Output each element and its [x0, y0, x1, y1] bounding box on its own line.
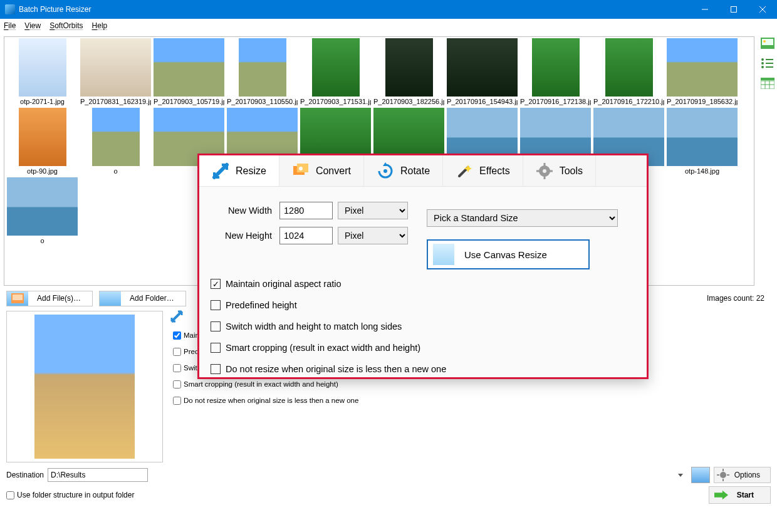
predefined-height-checkbox[interactable]: Predefined height	[211, 295, 647, 316]
svg-point-20	[720, 472, 726, 478]
smart-cropping-checkbox[interactable]: Smart cropping (result in exact width an…	[211, 337, 647, 358]
new-width-label: New Width	[211, 206, 279, 216]
svg-rect-22	[722, 479, 724, 481]
destination-label: Destination	[6, 471, 44, 479]
gear-icon	[717, 469, 729, 481]
thumbnail[interactable]: otp-148.jpg	[667, 108, 738, 175]
canvas-resize-icon	[433, 244, 454, 265]
no-resize-smaller-checkbox[interactable]: Do not resize when original size is less…	[211, 358, 647, 380]
menu-view[interactable]: View	[24, 21, 41, 30]
close-button[interactable]	[748, 0, 777, 19]
menu-softorbits[interactable]: SoftOrbits	[50, 21, 83, 30]
add-files-button[interactable]: Add File(s)…	[6, 291, 93, 306]
thumbnail[interactable]: otp-90.jpg	[7, 108, 78, 175]
thumbnail-label: o	[113, 167, 117, 175]
height-unit-select[interactable]: Pixel	[338, 227, 408, 244]
thumbnail-label: otp-90.jpg	[27, 167, 58, 175]
thumbnail-label: P_20170903_171531.jpg	[300, 98, 371, 105]
thumbnail[interactable]: P_20170903_171531.jpg	[300, 38, 371, 105]
rotate-icon	[377, 162, 394, 180]
maximize-button[interactable]	[719, 0, 748, 19]
view-details-icon[interactable]	[761, 76, 774, 90]
tab-resize[interactable]: Resize	[199, 155, 279, 186]
svg-rect-32	[543, 176, 545, 179]
thumbnail-image	[312, 38, 360, 96]
thumbnail-image	[385, 38, 433, 96]
new-height-label: New Height	[211, 231, 279, 241]
width-unit-select[interactable]: Pixel	[338, 202, 408, 219]
menu-file[interactable]: File	[4, 21, 16, 30]
thumbnail-label: P_20170831_162319.jpg	[80, 98, 151, 105]
switch-sides-checkbox[interactable]: Switch width and height to match long si…	[211, 316, 647, 337]
svg-rect-23	[717, 474, 719, 476]
use-folder-structure-label: Use folder structure in output folder	[17, 491, 134, 499]
thumbnail-image	[19, 38, 66, 96]
thumbnail-label: P_20170903_105719.jpg	[154, 98, 224, 105]
thumbnail-label: otp-148.jpg	[685, 167, 719, 175]
canvas-resize-button[interactable]: Use Canvas Resize	[427, 239, 590, 269]
tab-effects[interactable]: Effects	[443, 155, 523, 186]
options-button[interactable]: Options	[714, 467, 771, 483]
menu-help[interactable]: Help	[92, 21, 108, 30]
destination-dropdown-icon[interactable]	[675, 470, 686, 480]
app-icon	[5, 4, 15, 14]
thumbnail-image	[605, 38, 653, 96]
small-resize-icon[interactable]	[170, 310, 183, 323]
thumbnail-image	[532, 38, 580, 96]
standard-size-select[interactable]: Pick a Standard Size	[427, 209, 618, 227]
svg-point-7	[761, 58, 764, 61]
svg-rect-33	[536, 170, 540, 172]
svg-rect-19	[13, 295, 23, 300]
start-button[interactable]: Start	[709, 486, 771, 504]
thumbnail-label: P_20170919_185632.jpg	[667, 98, 738, 105]
new-width-input[interactable]	[279, 202, 333, 219]
view-thumbnails-icon[interactable]	[761, 36, 774, 50]
new-height-input[interactable]	[279, 227, 333, 244]
add-folder-button[interactable]: Add Folder…	[99, 291, 186, 306]
svg-rect-21	[722, 469, 724, 471]
thumbnail-label: P_20170916_154943.jpg	[447, 98, 518, 105]
thumbnail-image	[7, 177, 78, 236]
preview-image	[34, 315, 135, 459]
thumbnail[interactable]: P_20170903_110550.jpg	[227, 38, 298, 105]
tab-tools[interactable]: Tools	[523, 155, 596, 186]
thumbnail-label: otp-2071-1.jpg	[20, 98, 65, 105]
svg-rect-1	[731, 7, 737, 13]
add-files-icon	[7, 291, 28, 306]
svg-rect-34	[550, 170, 553, 172]
thumbnail[interactable]: P_20170916_154943.jpg	[447, 38, 518, 105]
thumbnail[interactable]: otp-2071-1.jpg	[7, 38, 78, 105]
maintain-aspect-checkbox[interactable]: Maintain original aspect ratio	[211, 273, 647, 295]
thumbnail[interactable]: P_20170919_185632.jpg	[667, 38, 738, 105]
thumbnail[interactable]: P_20170903_105719.jpg	[154, 38, 224, 105]
title-bar: Batch Picture Resizer	[0, 0, 777, 19]
svg-point-11	[761, 66, 764, 68]
add-files-label: Add File(s)…	[37, 294, 81, 303]
thumbnail[interactable]: o	[7, 177, 78, 244]
tab-convert[interactable]: Convert	[279, 155, 364, 186]
thumbnail[interactable]: P_20170916_172210.jpg	[593, 38, 664, 105]
add-folder-icon	[100, 291, 121, 306]
add-folder-label: Add Folder…	[130, 294, 174, 303]
resize-dialog: Resize Convert Rotate Effects Tools New …	[197, 154, 649, 379]
tab-rotate[interactable]: Rotate	[364, 155, 443, 186]
thumbnail[interactable]: P_20170903_182256.jpg	[373, 38, 444, 105]
destination-input[interactable]	[48, 468, 148, 482]
browse-folder-button[interactable]	[691, 467, 710, 483]
svg-rect-13	[761, 78, 774, 80]
thumbnail[interactable]: P_20170831_162319.jpg	[80, 38, 151, 105]
preview-pane	[6, 311, 163, 462]
view-list-icon[interactable]	[761, 56, 774, 70]
menu-bar: File View SoftOrbits Help	[0, 19, 777, 33]
thumbnail-image	[80, 38, 151, 96]
small-noresize-checkbox[interactable]: Do not resize when original size is less…	[173, 392, 358, 409]
use-folder-structure-checkbox[interactable]	[6, 491, 14, 499]
svg-rect-31	[543, 163, 545, 166]
thumbnail[interactable]: P_20170916_172138.jpg	[520, 38, 591, 105]
images-count: Images count: 22	[707, 294, 764, 303]
minimize-button[interactable]	[691, 0, 719, 19]
thumbnail-label: P_20170916_172138.jpg	[520, 98, 591, 105]
thumbnail[interactable]: o	[80, 108, 151, 175]
svg-point-28	[383, 169, 387, 173]
thumbnail-label: o	[40, 237, 44, 244]
